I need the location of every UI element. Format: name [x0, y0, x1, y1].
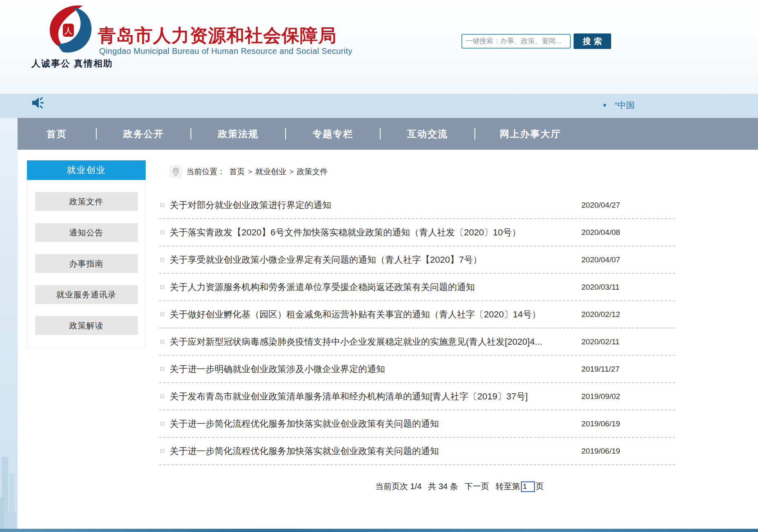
policy-list-item: 关于人力资源服务机构和劳务派遣单位享受援企稳岗返还政策有关问题的通知2020/0…	[159, 274, 675, 301]
policy-date: 2020/04/27	[581, 201, 675, 210]
svg-text:人: 人	[64, 26, 73, 35]
list-bullet-icon	[160, 285, 164, 289]
policy-list-item: 关于对部分就业创业政策进行界定的通知2020/04/27	[159, 192, 675, 219]
policy-list-item: 关于落实青政发【2020】6号文件加快落实稳就业政策的通知（青人社发〔2020〕…	[159, 219, 675, 246]
announcement-marquee[interactable]: • “中国	[603, 100, 634, 111]
policy-list-item: 关于做好创业孵化基（园区）租金减免和运营补贴有关事宜的通知（青人社字〔2020〕…	[159, 301, 675, 328]
policy-link[interactable]: 关于对部分就业创业政策进行界定的通知	[170, 199, 581, 211]
pagination: 当前页次 1/4 共 34 条 下一页 转至第 页	[375, 481, 544, 492]
policy-link[interactable]: 关于进一步简化流程优化服务加快落实就业创业政策有关问题的通知	[170, 445, 581, 457]
list-bullet-icon	[160, 258, 164, 262]
policy-list-item: 关于进一步简化流程优化服务加快落实就业创业政策有关问题的通知2019/06/19	[159, 438, 675, 465]
sidebar-menu: 政策文件通知公告办事指南就业服务通讯录政策解读	[27, 180, 146, 349]
site-title: 青岛市人力资源和社会保障局	[98, 24, 337, 48]
site-motto: 人诚事公 真情相助	[31, 58, 113, 70]
search-input[interactable]	[461, 34, 571, 49]
policy-list: 关于对部分就业创业政策进行界定的通知2020/04/27关于落实青政发【2020…	[159, 192, 675, 465]
pagination-goto-suffix: 页	[536, 481, 544, 492]
policy-link[interactable]: 关于进一步明确就业创业政策涉及小微企业界定的通知	[170, 363, 581, 375]
site-logo-icon[interactable]: 人	[41, 3, 99, 55]
marquee-text: “中国	[614, 100, 634, 111]
skyline-image	[0, 420, 18, 529]
policy-date: 2019/11/27	[581, 365, 675, 374]
announcement-bar: • “中国	[0, 94, 758, 118]
main-nav: 首页政务公开政策法规专题专栏互动交流网上办事大厅	[18, 118, 758, 150]
policy-list-item: 关于进一步明确就业创业政策涉及小微企业界定的通知2019/11/27	[159, 356, 675, 383]
policy-link[interactable]: 关于做好创业孵化基（园区）租金减免和运营补贴有关事宜的通知（青人社字〔2020〕…	[170, 308, 581, 321]
policy-link[interactable]: 关于享受就业创业政策小微企业界定有关问题的通知（青人社字【2020】7号）	[170, 254, 581, 266]
sidebar-item-1[interactable]: 政策文件	[35, 192, 138, 211]
policy-date: 2020/03/11	[581, 283, 675, 292]
sidebar-item-2[interactable]: 通知公告	[35, 223, 138, 242]
policy-date: 2020/02/12	[581, 310, 675, 319]
sidebar-header[interactable]: 就业创业	[27, 160, 146, 180]
policy-list-item: 关于享受就业创业政策小微企业界定有关问题的通知（青人社字【2020】7号）202…	[159, 246, 675, 274]
policy-list-item: 关于应对新型冠状病毒感染肺炎疫情支持中小企业发展稳定就业的实施意见(青人社发[2…	[159, 328, 675, 356]
policy-date: 2019/09/02	[581, 392, 675, 401]
list-bullet-icon	[160, 422, 164, 426]
policy-link[interactable]: 关于发布青岛市就业创业政策清单服务清单和经办机构清单的通知[青人社字〔2019〕…	[170, 390, 581, 403]
list-bullet-icon	[160, 203, 164, 207]
list-bullet-icon	[160, 313, 164, 316]
pagination-goto-label: 转至第	[496, 481, 520, 492]
list-bullet-icon	[160, 367, 164, 371]
policy-date: 2019/06/19	[581, 419, 675, 428]
breadcrumb-label: 当前位置：	[186, 166, 225, 177]
policy-date: 2020/02/11	[581, 337, 675, 346]
list-bullet-icon	[160, 231, 164, 234]
policy-date: 2020/04/07	[581, 255, 675, 264]
search-button[interactable]: 搜索	[574, 33, 611, 49]
sidebar-item-5[interactable]: 政策解读	[35, 316, 138, 335]
policy-link[interactable]: 关于进一步简化流程优化服务加快落实就业创业政策有关问题的通知	[170, 418, 581, 430]
policy-list-item: 关于进一步简化流程优化服务加快落实就业创业政策有关问题的通知2019/06/19	[159, 410, 675, 438]
pagination-total: 共 34 条	[428, 481, 458, 492]
nav-item-1[interactable]: 首页	[18, 118, 96, 150]
sidebar-item-3[interactable]: 办事指南	[35, 254, 138, 273]
site-subtitle: Qingdao Municipal Bureau of Human Resour…	[99, 47, 352, 56]
sidebar-item-4[interactable]: 就业服务通讯录	[35, 285, 138, 304]
location-pin-icon	[169, 165, 182, 178]
pagination-goto-input[interactable]	[521, 481, 535, 492]
breadcrumb-separator: >	[286, 167, 297, 176]
breadcrumb-separator: >	[245, 167, 255, 176]
policy-date: 2020/04/08	[581, 228, 675, 237]
nav-item-5[interactable]: 互动交流	[381, 118, 474, 150]
breadcrumb-links: 首页 > 就业创业 > 政策文件	[229, 166, 328, 177]
nav-item-3[interactable]: 政策法规	[191, 118, 285, 150]
nav-item-4[interactable]: 专题专栏	[286, 118, 380, 150]
policy-date: 2019/06/19	[581, 447, 675, 456]
header: 人 青岛市人力资源和社会保障局 Qingdao Municipal Bureau…	[0, 0, 758, 94]
list-bullet-icon	[160, 449, 164, 453]
pagination-next-button[interactable]: 下一页	[465, 481, 489, 492]
speaker-icon	[31, 96, 45, 110]
list-bullet-icon	[160, 395, 164, 398]
breadcrumb-link-1[interactable]: 首页	[229, 167, 245, 176]
footer-bar	[0, 529, 758, 532]
breadcrumb: 当前位置： 首页 > 就业创业 > 政策文件	[169, 164, 328, 179]
policy-link[interactable]: 关于应对新型冠状病毒感染肺炎疫情支持中小企业发展稳定就业的实施意见(青人社发[2…	[170, 336, 581, 348]
pagination-current: 当前页次 1/4	[375, 481, 421, 492]
policy-link[interactable]: 关于人力资源服务机构和劳务派遣单位享受援企稳岗返还政策有关问题的通知	[170, 281, 581, 293]
nav-item-6[interactable]: 网上办事大厅	[475, 118, 585, 150]
policy-list-item: 关于发布青岛市就业创业政策清单服务清单和经办机构清单的通知[青人社字〔2019〕…	[159, 383, 675, 410]
list-bullet-icon	[160, 340, 164, 344]
nav-item-2[interactable]: 政务公开	[97, 118, 191, 150]
breadcrumb-link-3[interactable]: 政策文件	[297, 167, 328, 176]
content-panel: 就业创业 政策文件通知公告办事指南就业服务通讯录政策解读 当前位置： 首页 > …	[18, 150, 758, 529]
breadcrumb-link-2[interactable]: 就业创业	[255, 167, 286, 176]
marquee-bullet-icon: •	[603, 101, 606, 109]
policy-link[interactable]: 关于落实青政发【2020】6号文件加快落实稳就业政策的通知（青人社发〔2020〕…	[170, 226, 581, 239]
